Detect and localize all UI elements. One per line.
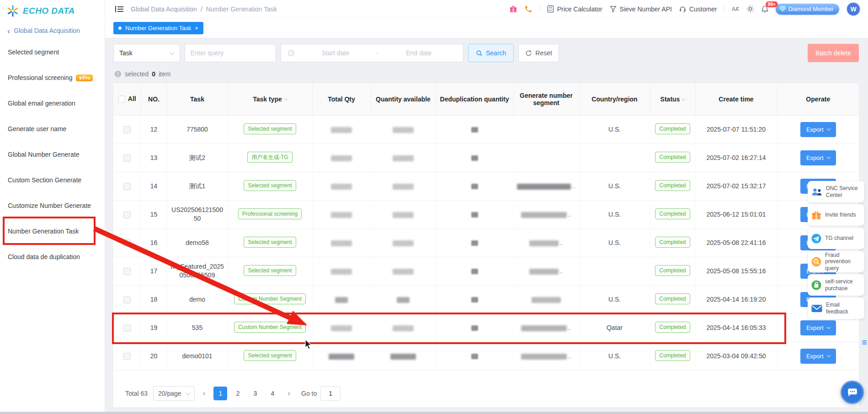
column-header-total-qty: Total Qty (312, 83, 371, 115)
phone-icon[interactable] (524, 5, 533, 13)
widget-label: Email feedback (826, 302, 861, 315)
sidebar-item-cloud-data-de-duplication[interactable]: Cloud data de duplication (0, 244, 105, 270)
query-input[interactable] (185, 44, 276, 62)
price-calculator-link[interactable]: Price Calculator (547, 5, 602, 13)
sidebar-item-customize-number-generate[interactable]: Customize Number Generate (0, 193, 105, 218)
avatar[interactable]: W (846, 2, 861, 16)
customer-link[interactable]: Customer (679, 5, 717, 13)
chevron-down-icon (185, 390, 190, 395)
sidebar-item-global-number-generate[interactable]: Global Number Generate (0, 142, 105, 167)
widget-dnc-service-center[interactable]: DNC Service Center (808, 181, 864, 202)
cell-country: U.S. (579, 342, 650, 370)
ellipsis: .. (568, 324, 571, 331)
settings-icon[interactable] (746, 5, 754, 13)
cell-status: Completed (650, 313, 695, 342)
redacted-value (529, 240, 559, 246)
batch-delete-button[interactable]: Batch delete (808, 44, 859, 62)
gift-icon[interactable] (509, 5, 517, 13)
collapse-sidebar-icon[interactable] (115, 5, 123, 13)
sidebar: ECHO DATA ‹ Global Data Acquisition Sele… (0, 0, 105, 414)
widget-fraud-prevention-query[interactable]: Fraud prevention query (808, 251, 864, 272)
sieve-number-api-link[interactable]: Sieve Number API (609, 5, 672, 13)
cell-select (113, 285, 141, 313)
sidebar-item-global-email-generation[interactable]: Global email generation (0, 90, 105, 116)
tab-number-generation-task[interactable]: Number Generation Task × (113, 22, 203, 34)
sidebar-back-link[interactable]: ‹ Global Data Acquisition (0, 22, 105, 39)
date-range-picker[interactable]: Start date - End date (281, 44, 463, 62)
redacted-value (393, 325, 414, 331)
page-button-1[interactable]: 1 (213, 387, 227, 400)
cell-dedup-quantity (436, 313, 513, 342)
task-filter-select[interactable]: Task (113, 44, 180, 62)
table-row-18: 18demoCustom Number SegmentU.S.Completed… (113, 285, 859, 313)
row-checkbox[interactable] (123, 154, 131, 162)
cell-status: Completed (650, 342, 695, 370)
column-header-generate-number-segment: Generate number segment (513, 83, 579, 115)
breadcrumb: Global Data Acquisition / Number Generat… (131, 5, 277, 13)
widget-email-feedback[interactable]: Email feedback (808, 297, 864, 319)
cell-no: 19 (141, 313, 167, 342)
search-button[interactable]: Search (468, 44, 514, 62)
export-button[interactable]: Export (800, 320, 836, 335)
cell-number-segment (513, 285, 579, 313)
widget-tg-channel[interactable]: TG channel (808, 228, 864, 249)
sidebar-item-selected-segment[interactable]: Selected segment (0, 39, 105, 65)
info-icon (114, 70, 122, 78)
row-checkbox[interactable] (123, 296, 131, 303)
task-type-tag: Professional screening (238, 208, 302, 219)
cell-quantity-available (371, 257, 436, 285)
page-button-4[interactable]: 4 (266, 387, 279, 400)
cell-number-segment: .. (513, 257, 579, 285)
sidebar-item-professional-screening[interactable]: Professional screening♛Pro (0, 65, 105, 90)
export-button[interactable]: Export (800, 349, 836, 364)
breadcrumb-item[interactable]: Global Data Acquisition (131, 5, 197, 13)
goto-page-input[interactable] (320, 386, 341, 401)
row-checkbox[interactable] (123, 126, 131, 133)
redacted-value (393, 212, 414, 218)
cell-task: tw_Featured_20250508155509 (167, 257, 228, 285)
translate-icon[interactable]: A (731, 5, 740, 13)
redacted-value (393, 269, 414, 275)
redacted-value (393, 240, 414, 246)
task-type-tag: Selected segment (244, 350, 296, 361)
export-button[interactable]: Export (800, 150, 836, 165)
cell-create-time: 2025-05-08 22:41:16 (695, 228, 777, 257)
select-all-checkbox[interactable] (118, 96, 125, 103)
cell-no: 15 (141, 200, 167, 228)
export-button[interactable]: Export (800, 122, 836, 137)
sidebar-item-generate-user-name[interactable]: Generate user name (0, 116, 105, 142)
tab-close-icon[interactable]: × (195, 25, 198, 32)
sidebar-item-label: Custom Section Generate (8, 176, 81, 184)
page-button-2[interactable]: 2 (231, 387, 245, 400)
page-button-3[interactable]: 3 (248, 387, 262, 400)
row-checkbox[interactable] (123, 268, 131, 275)
column-header-status[interactable]: Status (650, 83, 695, 115)
app-root: ECHO DATA ‹ Global Data Acquisition Sele… (0, 0, 868, 414)
row-checkbox[interactable] (123, 211, 131, 218)
row-checkbox[interactable] (123, 324, 131, 332)
cell-number-segment (513, 115, 579, 143)
column-header-task-type[interactable]: Task type (228, 83, 312, 115)
chat-button[interactable] (841, 381, 864, 404)
sidebar-item-custom-section-generate[interactable]: Custom Section Generate (0, 167, 105, 193)
row-menu-icon[interactable]: ≡ (862, 337, 867, 348)
cell-task-type: 用户名生成-TG (228, 143, 312, 172)
widget-invite-friends[interactable]: Invite friends (808, 204, 864, 226)
cell-total-qty (312, 257, 371, 285)
task-type-tag: Selected segment (244, 265, 296, 276)
next-page-button[interactable]: › (285, 389, 293, 398)
sidebar-item-label: Generate user name (8, 125, 66, 133)
widget-self-service-purchase[interactable]: self-service purchase (808, 274, 864, 296)
row-checkbox[interactable] (123, 353, 131, 360)
reset-button[interactable]: Reset (518, 44, 559, 62)
prev-page-button[interactable]: ‹ (200, 389, 208, 398)
sidebar-item-number-generation-task[interactable]: Number Generation Task (0, 218, 105, 244)
page-size-select[interactable]: 20/page (153, 386, 195, 401)
row-checkbox[interactable] (123, 239, 131, 247)
cell-number-segment: .. (513, 200, 579, 228)
redacted-value (331, 240, 352, 246)
membership-badge[interactable]: Diamond Member (776, 4, 839, 15)
row-checkbox[interactable] (123, 183, 131, 190)
notifications-button[interactable]: 99+ (761, 5, 769, 13)
cell-dedup-quantity (436, 143, 513, 172)
